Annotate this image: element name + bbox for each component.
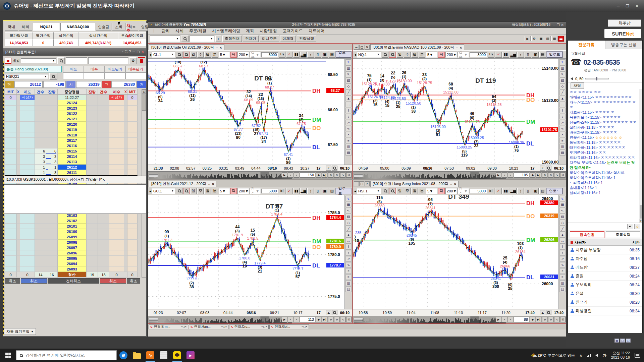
chart-tool-icon[interactable]: ▮▮ [293, 52, 300, 58]
ladder-cell[interactable] [124, 245, 127, 250]
bar-count-input[interactable]: 5000 [261, 189, 278, 193]
user-name-button[interactable]: 차주남 [608, 19, 641, 27]
ladder-cell[interactable] [98, 261, 109, 266]
upload-button[interactable]: 업로드 [547, 188, 562, 194]
buy-market-button[interactable]: 시장가 [109, 95, 124, 100]
ladder-cell[interactable] [124, 95, 127, 100]
period-button[interactable]: 일 [396, 188, 403, 194]
scroll-tool-icon[interactable]: ⊖ [548, 172, 553, 178]
ladder-cell[interactable] [124, 261, 127, 266]
menu-chartshare[interactable]: 차트쉐어 [309, 28, 325, 34]
ladder-cell[interactable] [20, 127, 35, 132]
chart-tool-icon[interactable]: ↕ [517, 52, 524, 58]
ladder-cell[interactable] [5, 143, 17, 148]
draw-tool-icon[interactable]: I [559, 108, 566, 113]
scroll-nav-icon[interactable]: ▶ [282, 317, 287, 322]
chart-tool-icon[interactable]: ▤ [329, 52, 335, 58]
ladder-cell[interactable] [20, 143, 35, 148]
ladder-cell[interactable]: 3 [46, 170, 58, 175]
user-row[interactable]: 차주남08:16 [568, 254, 642, 263]
draw-tool-icon[interactable]: × [345, 132, 352, 137]
ladder-cell[interactable] [87, 256, 98, 261]
chart-tool-icon[interactable]: ▯ [525, 188, 531, 194]
scroll-tool-icon[interactable]: ⊕ [328, 317, 333, 322]
ladder-cell[interactable] [46, 100, 58, 106]
favorite-search-icon[interactable] [183, 188, 190, 194]
chart-tool-icon[interactable]: ▣ [322, 188, 328, 194]
taskbar-search[interactable]: 검색하려면 여기에 입력하십시오. [16, 350, 117, 360]
ladder-cell[interactable] [17, 261, 20, 266]
ladder-cell[interactable] [87, 127, 98, 132]
ladder-cell[interactable] [35, 111, 46, 116]
ladder-cell[interactable] [20, 245, 35, 250]
chart-scrollbar[interactable]: ▶«»105◆▶∣⊕⊖↘☒ [353, 171, 566, 179]
scale-icon[interactable]: ∠ [326, 166, 331, 171]
chart-scrollbar[interactable]: ▶«»113◆▶∣⊕⊖↘☒ [148, 316, 352, 323]
menu-market[interactable]: 시황/동향 [260, 28, 277, 34]
liquidate-button[interactable]: 청산 [58, 272, 87, 278]
period-button[interactable]: 월 [411, 52, 418, 58]
ladder-cell[interactable] [124, 229, 127, 234]
ladder-cell[interactable] [98, 116, 109, 122]
ladder-cell[interactable] [35, 229, 46, 234]
ladder-cell[interactable] [87, 229, 98, 234]
draw-tool-icon[interactable]: ↖ [345, 208, 352, 214]
ladder-cell[interactable] [5, 111, 17, 116]
ladder-cell[interactable]: 0 [5, 95, 17, 100]
mdi-control-icon[interactable]: ✕ [365, 45, 370, 50]
user-row[interactable]: 우보억리08:24 [568, 281, 642, 289]
ladder-cell[interactable] [35, 138, 46, 143]
close-order-button[interactable]: ▐▌ [138, 57, 145, 64]
ladder-cell[interactable] [87, 138, 98, 143]
panel-icon[interactable]: ▢ [620, 339, 625, 343]
ladder-cell[interactable] [17, 132, 20, 138]
ladder-cell[interactable] [20, 159, 35, 165]
ladder-price[interactable]: 26093 [58, 266, 87, 272]
screen-select[interactable]: ▼ [150, 36, 180, 42]
ladder-cell[interactable] [127, 148, 138, 154]
close-icon[interactable]: × [220, 46, 222, 50]
mdi-control-icon[interactable]: ▢ [359, 45, 364, 50]
period-button[interactable]: 분 [419, 188, 425, 194]
taskbar-trading-app-icon[interactable]: ∿ [144, 349, 157, 362]
scroll-nav-icon[interactable]: « [502, 317, 507, 322]
period-button[interactable]: 분 [212, 188, 218, 194]
ladder-cell[interactable] [46, 250, 58, 256]
draw-tool-icon[interactable]: ▥ [559, 144, 566, 149]
ladder-cell[interactable] [35, 256, 46, 261]
draw-tool-icon[interactable]: ↔ [559, 238, 566, 244]
chart-tool-icon[interactable]: ▮▮ [502, 52, 509, 58]
ladder-cell[interactable] [35, 250, 46, 256]
tick-button[interactable]: 틱 [438, 52, 445, 58]
symbol-code-select[interactable]: HSIQ21▼ [5, 74, 48, 79]
ladder-cell[interactable] [98, 111, 109, 116]
tray-speaker-icon[interactable] [595, 354, 598, 357]
layout-icon[interactable]: ▦ [614, 339, 619, 343]
ladder-cell[interactable] [98, 245, 109, 250]
period-button[interactable]: 월 [411, 188, 418, 194]
ladder-cell[interactable] [98, 106, 109, 111]
btn-strategy[interactable]: 전략실행 [297, 36, 316, 42]
ladder-cell[interactable] [127, 143, 138, 148]
draw-tool-icon[interactable]: ▤ [345, 150, 352, 156]
scroll-tool-icon[interactable]: ⊕ [542, 317, 547, 322]
chart-tool-icon[interactable]: ▤ [539, 188, 546, 194]
scroll-tool-icon[interactable]: ◆ [530, 317, 535, 322]
ladder-cell[interactable] [109, 240, 124, 245]
mdi-control-icon[interactable]: ✕ [365, 181, 370, 186]
chart-tool-icon[interactable]: ▮▮ [502, 188, 509, 194]
ladder-cell[interactable]: 1 [35, 165, 46, 170]
ladder-cell[interactable] [109, 106, 124, 111]
draw-tool-icon[interactable]: × [559, 268, 566, 274]
symbol-search-button[interactable] [49, 73, 57, 80]
chart-tool-icon[interactable]: ▂▅ [510, 52, 517, 58]
count-select[interactable]: 건수▼ [458, 188, 469, 194]
close-icon[interactable]: ✕ [633, 4, 641, 8]
ladder-cell[interactable] [124, 218, 127, 224]
user-row[interactable]: 은설08:30 [568, 289, 642, 298]
ladder-price[interactable]: 26117 [58, 138, 87, 143]
ladder-cell[interactable] [124, 127, 127, 132]
ladder-cell[interactable] [127, 116, 138, 122]
ladder-cell[interactable] [124, 154, 127, 159]
ladder-cell[interactable] [20, 224, 35, 229]
